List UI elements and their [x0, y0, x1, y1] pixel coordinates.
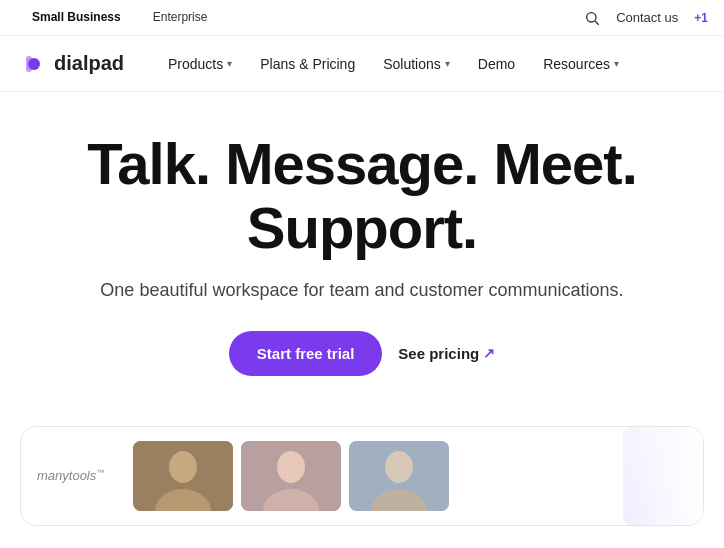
video-thumbnail-3 [349, 441, 449, 511]
video-thumbnail-2 [241, 441, 341, 511]
demo-preview-section: manytools™ [20, 426, 704, 526]
tab-small-business[interactable]: Small Business [16, 2, 137, 34]
top-bar-tabs: Small Business Enterprise [16, 2, 223, 34]
top-bar-actions: Contact us +1 [584, 10, 708, 26]
chevron-down-icon: ▾ [445, 58, 450, 69]
hero-subtitle: One beautiful workspace for team and cus… [62, 280, 662, 301]
chevron-down-icon: ▾ [227, 58, 232, 69]
manytools-logo: manytools™ [37, 468, 117, 483]
logo[interactable]: dialpad [20, 50, 124, 78]
navbar: dialpad Products ▾ Plans & Pricing Solut… [0, 36, 724, 92]
arrow-icon: ↗ [483, 345, 495, 361]
svg-line-1 [595, 21, 599, 25]
video-thumbnail-1 [133, 441, 233, 511]
nav-demo[interactable]: Demo [466, 48, 527, 80]
top-bar: Small Business Enterprise Contact us +1 [0, 0, 724, 36]
nav-products[interactable]: Products ▾ [156, 48, 244, 80]
svg-rect-3 [26, 56, 32, 72]
phone-button[interactable]: +1 [694, 11, 708, 25]
see-pricing-button[interactable]: See pricing ↗ [398, 345, 495, 362]
svg-point-0 [587, 12, 596, 21]
start-free-trial-button[interactable]: Start free trial [229, 331, 383, 376]
hero-cta-group: Start free trial See pricing ↗ [20, 331, 704, 376]
logo-text: dialpad [54, 52, 124, 75]
chevron-down-icon: ▾ [614, 58, 619, 69]
svg-point-5 [169, 451, 197, 483]
hero-title: Talk. Message. Meet. Support. [20, 132, 704, 260]
search-icon[interactable] [584, 10, 600, 26]
nav-plans-pricing[interactable]: Plans & Pricing [248, 48, 367, 80]
svg-point-8 [277, 451, 305, 483]
nav-solutions[interactable]: Solutions ▾ [371, 48, 462, 80]
tab-enterprise[interactable]: Enterprise [137, 2, 224, 34]
svg-point-11 [385, 451, 413, 483]
contact-us-link[interactable]: Contact us [616, 10, 678, 25]
video-thumbnails [133, 441, 449, 511]
right-side-card [623, 427, 704, 525]
nav-resources[interactable]: Resources ▾ [531, 48, 631, 80]
hero-section: Talk. Message. Meet. Support. One beauti… [0, 92, 724, 426]
nav-links: Products ▾ Plans & Pricing Solutions ▾ D… [156, 48, 704, 80]
